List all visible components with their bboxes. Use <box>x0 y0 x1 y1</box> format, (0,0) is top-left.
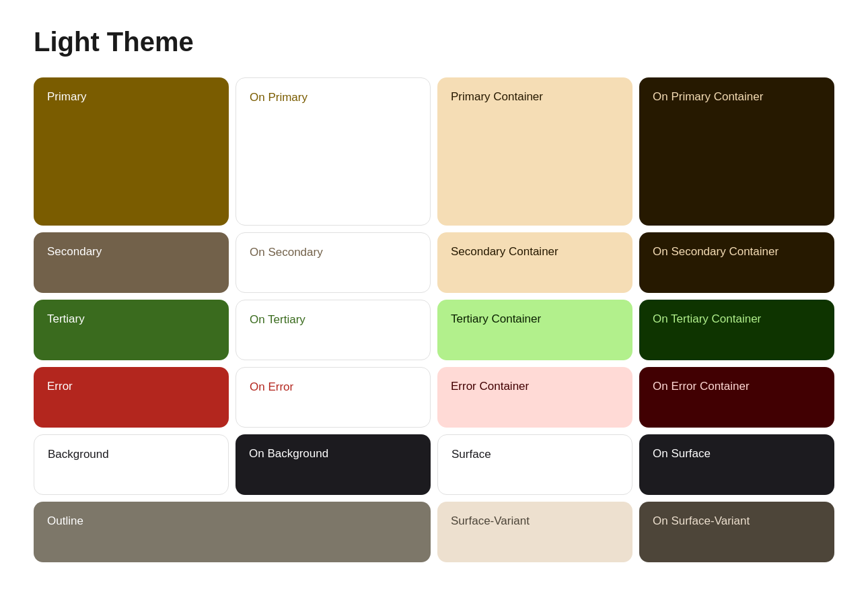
color-cell-label-0-2: Primary Container <box>451 90 543 104</box>
color-cell-1-1: On Secondary <box>236 232 431 293</box>
color-cell-label-3-0: Error <box>47 379 73 394</box>
color-cell-label-1-3: On Secondary Container <box>653 244 779 259</box>
color-cell-label-3-1: On Error <box>250 380 293 395</box>
color-cell-1-3: On Secondary Container <box>639 232 834 293</box>
color-cell-label-1-0: Secondary <box>47 244 102 259</box>
color-cell-1-2: Secondary Container <box>437 232 632 293</box>
color-cell-4-1: On Background <box>236 434 431 495</box>
color-cell-label-4-1: On Background <box>249 446 328 461</box>
color-cell-1-0: Secondary <box>34 232 229 293</box>
color-cell-4-2: Surface <box>437 434 632 495</box>
color-cell-2-1: On Tertiary <box>236 300 431 360</box>
color-cell-0-0: Primary <box>34 77 229 226</box>
color-cell-label-3-3: On Error Container <box>653 379 750 394</box>
color-cell-label-4-0: Background <box>48 447 109 462</box>
color-cell-0-3: On Primary Container <box>639 77 834 226</box>
color-cell-label-4-3: On Surface <box>653 446 711 461</box>
color-grid: PrimaryOn PrimaryPrimary ContainerOn Pri… <box>34 77 834 562</box>
color-cell-2-2: Tertiary Container <box>437 300 632 360</box>
color-cell-3-1: On Error <box>236 367 431 428</box>
color-cell-0-2: Primary Container <box>437 77 632 226</box>
color-cell-label-5-0: Outline <box>47 514 83 529</box>
color-cell-label-3-2: Error Container <box>451 379 529 394</box>
page-title: Light Theme <box>34 27 834 57</box>
color-cell-label-0-0: Primary <box>47 90 87 104</box>
color-cell-label-2-1: On Tertiary <box>250 312 305 327</box>
color-cell-0-1: On Primary <box>236 77 431 226</box>
color-cell-2-3: On Tertiary Container <box>639 300 834 360</box>
color-cell-3-3: On Error Container <box>639 367 834 428</box>
color-cell-label-1-1: On Secondary <box>250 245 323 260</box>
color-cell-label-2-0: Tertiary <box>47 312 85 327</box>
color-cell-label-2-2: Tertiary Container <box>451 312 541 327</box>
color-cell-label-5-1: Surface-Variant <box>451 514 530 529</box>
color-cell-3-0: Error <box>34 367 229 428</box>
color-cell-label-2-3: On Tertiary Container <box>653 312 761 327</box>
color-cell-3-2: Error Container <box>437 367 632 428</box>
color-cell-5-2: On Surface-Variant <box>639 502 834 562</box>
color-cell-label-0-3: On Primary Container <box>653 90 763 104</box>
color-cell-label-4-2: Surface <box>451 447 491 462</box>
color-cell-label-0-1: On Primary <box>250 90 308 105</box>
color-cell-4-0: Background <box>34 434 229 495</box>
color-cell-5-1: Surface-Variant <box>437 502 632 562</box>
color-cell-label-1-2: Secondary Container <box>451 244 558 259</box>
color-cell-2-0: Tertiary <box>34 300 229 360</box>
color-cell-4-3: On Surface <box>639 434 834 495</box>
color-cell-5-0: Outline <box>34 502 431 562</box>
color-cell-label-5-2: On Surface-Variant <box>653 514 750 529</box>
